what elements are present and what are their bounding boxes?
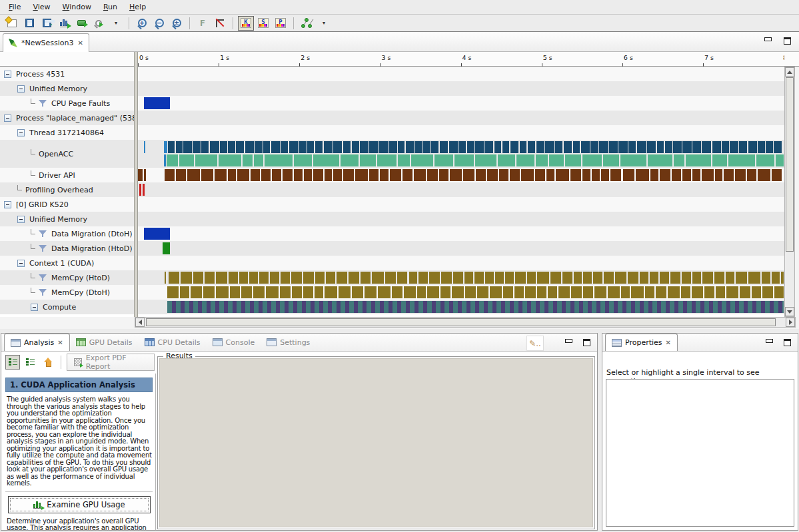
- memcpy-dtoh-interval[interactable]: [266, 286, 278, 298]
- openacc-lower-interval[interactable]: [294, 154, 313, 166]
- driver-api-interval[interactable]: [499, 169, 508, 181]
- openacc-upper-interval[interactable]: [220, 141, 227, 153]
- openacc-upper-interval[interactable]: [324, 141, 333, 153]
- openacc-upper-interval[interactable]: [722, 141, 729, 153]
- menu-window[interactable]: Window: [57, 1, 97, 13]
- filter-funnel-icon[interactable]: [39, 274, 47, 282]
- compute-interval[interactable]: [323, 301, 328, 313]
- memcpy-dtoh-interval[interactable]: [365, 286, 377, 298]
- driver-api-interval[interactable]: [304, 169, 312, 181]
- driver-api-interval[interactable]: [427, 169, 438, 181]
- memcpy-dtoh-interval[interactable]: [477, 286, 489, 298]
- collapse-icon[interactable]: [4, 115, 11, 122]
- openacc-upper-interval[interactable]: [730, 141, 738, 153]
- memcpy-dtoh-interval[interactable]: [631, 286, 643, 298]
- memcpy-dtoh-interval[interactable]: [417, 286, 426, 298]
- compute-interval[interactable]: [566, 301, 570, 313]
- openacc-upper-interval[interactable]: [379, 141, 388, 153]
- openacc-upper-interval[interactable]: [475, 141, 483, 153]
- timeline-row[interactable]: [138, 67, 784, 81]
- memcpy-htod-interval[interactable]: [169, 272, 179, 284]
- compute-interval[interactable]: [297, 301, 302, 313]
- horizontal-scroll-thumb[interactable]: [146, 318, 776, 326]
- driver-api-interval[interactable]: [201, 169, 213, 181]
- timeline-row[interactable]: [138, 111, 784, 125]
- driver-api-interval[interactable]: [724, 169, 734, 181]
- memcpy-htod-interval[interactable]: [281, 272, 290, 284]
- memcpy-htod-interval[interactable]: [270, 272, 279, 284]
- compute-interval[interactable]: [713, 301, 718, 313]
- compute-interval[interactable]: [185, 301, 189, 313]
- openacc-upper-interval[interactable]: [581, 141, 590, 153]
- memcpy-htod-interval[interactable]: [726, 272, 734, 284]
- driver-api-interval[interactable]: [556, 169, 569, 181]
- memcpy-dtoh-interval[interactable]: [726, 286, 738, 298]
- minimize-icon[interactable]: [764, 37, 772, 41]
- openacc-upper-interval[interactable]: [210, 141, 219, 153]
- back-up-button[interactable]: [41, 355, 55, 370]
- memcpy-htod-interval[interactable]: [216, 272, 228, 284]
- memcpy-htod-interval[interactable]: [193, 272, 203, 284]
- driver-api-interval[interactable]: [294, 169, 303, 181]
- memcpy-htod-interval[interactable]: [736, 272, 748, 284]
- memcpy-dtoh-interval[interactable]: [241, 286, 253, 298]
- minimize-icon[interactable]: [766, 339, 773, 343]
- compute-interval[interactable]: [644, 301, 648, 313]
- openacc-lower-interval[interactable]: [582, 154, 602, 166]
- menu-file[interactable]: File: [3, 1, 27, 13]
- openacc-lower-interval[interactable]: [728, 154, 754, 166]
- save-all-button[interactable]: [39, 16, 55, 31]
- memcpy-htod-interval[interactable]: [429, 272, 440, 284]
- compute-interval[interactable]: [453, 301, 458, 313]
- memcpy-htod-interval[interactable]: [249, 272, 258, 284]
- memcpy-dtoh-interval[interactable]: [339, 286, 351, 298]
- openacc-upper-interval[interactable]: [766, 141, 772, 153]
- data-migration-dtoh-interval[interactable]: [144, 228, 170, 240]
- compute-interval[interactable]: [167, 301, 172, 313]
- compute-interval[interactable]: [748, 301, 752, 313]
- openacc-upper-interval[interactable]: [637, 141, 646, 153]
- openacc-upper-interval[interactable]: [520, 141, 526, 153]
- memcpy-htod-interval[interactable]: [464, 272, 473, 284]
- memcpy-dtoh-interval[interactable]: [608, 286, 620, 298]
- filter-funnel-icon[interactable]: [39, 230, 47, 238]
- driver-api-interval[interactable]: [735, 169, 746, 181]
- pc-sampling-button[interactable]: P: [273, 16, 289, 31]
- openacc-lower-interval[interactable]: [516, 154, 534, 166]
- driver-api-interval[interactable]: [510, 169, 520, 181]
- driver-api-interval[interactable]: [582, 169, 590, 181]
- openacc-upper-interval[interactable]: [255, 141, 262, 153]
- memcpy-dtoh-interval[interactable]: [292, 286, 302, 298]
- memcpy-htod-interval[interactable]: [515, 272, 526, 284]
- compute-interval[interactable]: [730, 301, 735, 313]
- openacc-upper-interval[interactable]: [333, 141, 342, 153]
- openacc-upper-interval[interactable]: [144, 141, 145, 153]
- driver-api-interval[interactable]: [369, 169, 379, 181]
- openacc-lower-interval[interactable]: [167, 154, 178, 166]
- openacc-lower-interval[interactable]: [756, 154, 774, 166]
- driver-api-interval[interactable]: [592, 169, 600, 181]
- view-menu-button[interactable]: ✎..: [526, 336, 544, 351]
- compute-interval[interactable]: [540, 301, 544, 313]
- memcpy-dtoh-interval[interactable]: [230, 286, 239, 298]
- zoom-out-button[interactable]: −: [151, 16, 167, 31]
- driver-api-interval[interactable]: [476, 169, 486, 181]
- compute-interval[interactable]: [609, 301, 614, 313]
- openacc-upper-interval[interactable]: [484, 141, 493, 153]
- driver-api-interval[interactable]: [487, 169, 498, 181]
- driver-api-interval[interactable]: [772, 169, 782, 181]
- guided-analysis-mode-button[interactable]: [5, 355, 20, 370]
- examine-gpu-usage-button[interactable]: Examine GPU Usage: [8, 496, 151, 513]
- openacc-lower-interval[interactable]: [498, 154, 515, 166]
- timeline-row[interactable]: [138, 182, 784, 197]
- compute-interval[interactable]: [696, 301, 700, 313]
- openacc-upper-interval[interactable]: [628, 141, 636, 153]
- memcpy-dtoh-interval[interactable]: [325, 286, 337, 298]
- memcpy-htod-interval[interactable]: [772, 272, 780, 284]
- memcpy-htod-interval[interactable]: [474, 272, 484, 284]
- memcpy-dtoh-interval[interactable]: [203, 286, 215, 298]
- openacc-upper-interval[interactable]: [502, 141, 510, 153]
- memcpy-htod-interval[interactable]: [409, 272, 417, 284]
- openacc-lower-interval[interactable]: [195, 154, 217, 166]
- analyze-application-button[interactable]: [91, 16, 107, 31]
